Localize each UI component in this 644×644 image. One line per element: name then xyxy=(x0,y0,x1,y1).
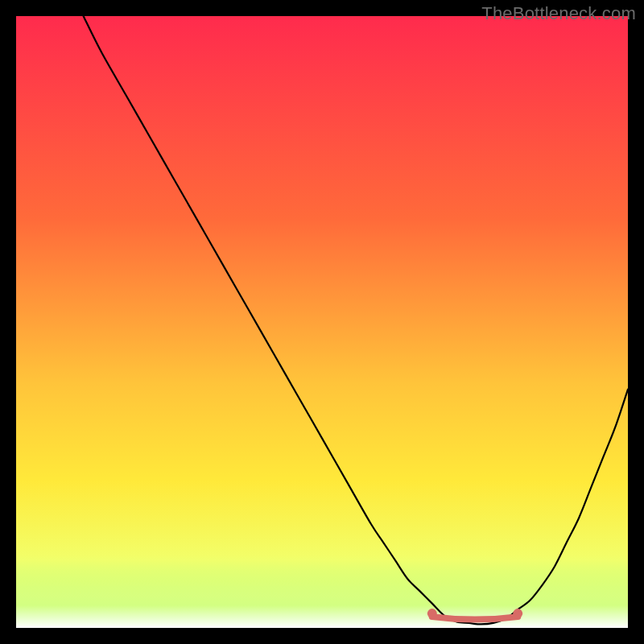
svg-point-1 xyxy=(513,609,522,618)
chart-stage: TheBottleneck.com xyxy=(0,0,644,644)
watermark-text: TheBottleneck.com xyxy=(481,3,636,24)
svg-point-0 xyxy=(427,609,437,618)
series-curve xyxy=(84,16,628,624)
chart-svg xyxy=(16,16,628,628)
plot-area xyxy=(16,16,628,628)
